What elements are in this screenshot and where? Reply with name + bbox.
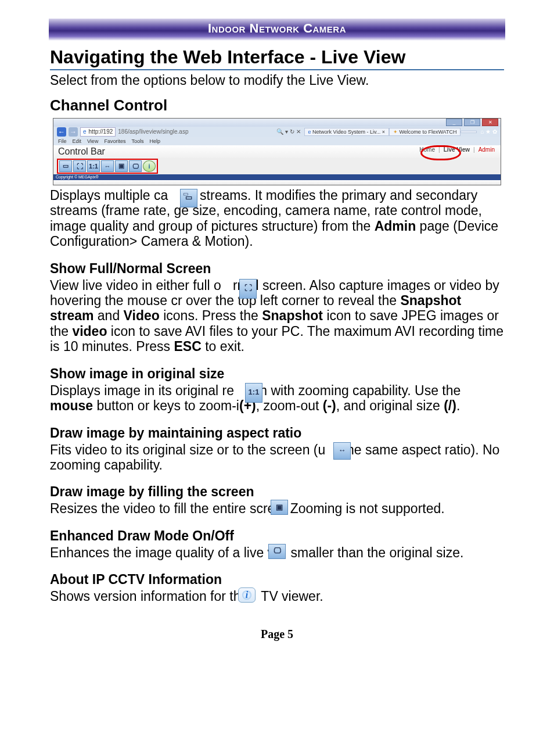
menu-help[interactable]: Help (149, 138, 160, 144)
menu-tools[interactable]: Tools (131, 138, 143, 144)
full-normal-heading: Show Full/Normal Screen (50, 261, 504, 277)
title-rule (50, 69, 504, 70)
enhanced-body: Enhances the image quality of a live v s… (50, 545, 504, 560)
control-bar-row: Control Bar Home | Live View | Admin (53, 145, 501, 158)
page-title: Navigating the Web Interface - Live View (50, 46, 504, 68)
page-number: Page 5 (50, 628, 504, 641)
page-nav: Home | Live View | Admin (419, 146, 495, 153)
control-bar-highlight-box: ▭ ⛶ 1:1 ↔ ▣ 🖵 i (57, 159, 158, 174)
menu-file[interactable]: File (58, 138, 67, 144)
enhanced-draw-icon[interactable]: 🖵 (129, 160, 142, 172)
aspect-heading: Draw image by maintaining aspect ratio (50, 425, 504, 441)
doc-banner: Indoor Network Camera (49, 19, 505, 41)
original-size-icon[interactable]: 1:1 (87, 160, 100, 172)
fullscreen-icon[interactable]: ⛶ (73, 160, 86, 172)
forward-button[interactable]: → (69, 127, 78, 137)
channel-stream-icon (180, 189, 197, 207)
orig-size-heading: Show image in original size (50, 366, 504, 382)
about-heading: About IP CCTV Information (50, 572, 504, 587)
about-icon[interactable]: i (143, 160, 156, 172)
browser-tab-2[interactable]: ✦ Welcome to FlexWATCH (389, 128, 461, 136)
url-box[interactable]: e http://192 (80, 127, 116, 137)
fill-body: Resizes the video to fill the entire scr… (50, 501, 504, 516)
menu-edit[interactable]: Edit (73, 138, 82, 144)
nav-live-view[interactable]: Live View (444, 146, 470, 153)
channel-control-icon[interactable]: ▭ (59, 160, 72, 172)
full-normal-body: View live video in either full ormal scr… (50, 278, 504, 354)
fullscreen-inline-icon (239, 279, 257, 299)
orig-size-body: Displays image in its original retion wi… (50, 383, 504, 414)
menu-view[interactable]: View (87, 138, 98, 144)
window-max-button[interactable]: ❐ (464, 119, 480, 126)
channel-control-body: Displays multiple cara streams. It modif… (50, 188, 504, 249)
window-min-button[interactable]: _ (446, 119, 462, 126)
menu-favorites[interactable]: Favorites (104, 138, 125, 144)
titlebar-icons[interactable]: ⌂ ★ ✿ (480, 128, 497, 135)
original-size-inline-icon (245, 383, 262, 403)
fill-screen-icon[interactable]: ▣ (115, 160, 128, 172)
channel-control-heading: Channel Control (50, 96, 504, 114)
browser-screenshot: _ ❐ ✕ ← → e http://192 186/asp/liveview/… (53, 118, 501, 185)
browser-tab-1[interactable]: e Network Video System - Liv... × (304, 128, 389, 136)
about-body: Shows version information for theTV view… (50, 589, 504, 604)
url-host: http://192 (89, 128, 113, 135)
browser-menu: File Edit View Favorites Tools Help (53, 137, 501, 145)
intro-text: Select from the options below to modify … (50, 73, 504, 88)
window-close-button[interactable]: ✕ (482, 119, 498, 126)
aspect-inline-icon (333, 442, 351, 460)
aspect-body: Fits video to its original size or to th… (50, 442, 504, 473)
nav-admin[interactable]: Admin (479, 146, 495, 153)
address-bar: ← → e http://192 186/asp/liveview/single… (53, 127, 501, 137)
fill-heading: Draw image by filling the screen (50, 484, 504, 500)
screenshot-footer: Copyright © MEGApix® (53, 174, 501, 180)
screenshot-blank-area (53, 180, 501, 185)
search-refresh-icons[interactable]: 🔍 ▾ ↻ ✕ (276, 128, 300, 135)
toolbar-row: ▭ ⛶ 1:1 ↔ ▣ 🖵 i (53, 158, 501, 174)
nav-home[interactable]: Home (419, 146, 435, 153)
control-bar-label: Control Bar (58, 146, 105, 157)
back-button[interactable]: ← (57, 127, 66, 137)
enhanced-heading: Enhanced Draw Mode On/Off (50, 528, 504, 544)
url-path: 186/asp/liveview/single.asp (118, 128, 188, 135)
window-titlebar: _ ❐ ✕ (53, 119, 501, 127)
aspect-ratio-icon[interactable]: ↔ (101, 160, 114, 172)
ie-icon: e (83, 128, 87, 135)
about-inline-icon (238, 587, 256, 603)
enhanced-inline-icon (268, 544, 286, 559)
fill-inline-icon (271, 500, 288, 515)
new-tab-button[interactable] (461, 131, 477, 133)
